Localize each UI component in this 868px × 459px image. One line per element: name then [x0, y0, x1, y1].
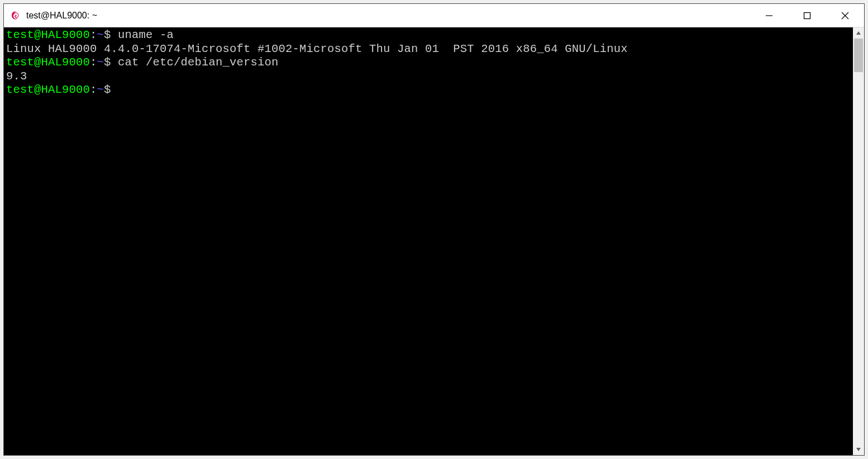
- svg-rect-1: [804, 12, 810, 18]
- scroll-thumb[interactable]: [854, 39, 863, 72]
- close-button[interactable]: [826, 4, 864, 27]
- prompt-user: test@HAL9000: [6, 83, 90, 96]
- terminal-window: test@HAL9000: ~ test@HAL9000:~$ uname -a…: [3, 3, 865, 456]
- prompt-path: ~: [97, 29, 104, 41]
- svg-marker-4: [856, 31, 861, 35]
- scroll-track[interactable]: [853, 39, 864, 444]
- terminal-area: test@HAL9000:~$ uname -aLinux HAL9000 4.…: [4, 27, 864, 455]
- terminal-line: 9.3: [6, 70, 851, 84]
- output-text: Linux HAL9000 4.4.0-17074-Microsoft #100…: [6, 42, 628, 55]
- prompt-separator: :: [90, 83, 97, 96]
- output-text: 9.3: [6, 70, 27, 83]
- prompt-user: test@HAL9000: [6, 56, 90, 69]
- debian-icon: [9, 10, 22, 22]
- minimize-button[interactable]: [750, 4, 788, 27]
- prompt-path: ~: [97, 56, 104, 69]
- terminal-content[interactable]: test@HAL9000:~$ uname -aLinux HAL9000 4.…: [4, 27, 853, 455]
- terminal-line: test@HAL9000:~$ uname -a: [6, 29, 851, 42]
- terminal-line: test@HAL9000:~$: [6, 83, 851, 97]
- scroll-down-arrow[interactable]: [853, 444, 864, 455]
- prompt-user: test@HAL9000: [6, 29, 90, 41]
- command-text: cat /etc/debian_version: [118, 56, 279, 69]
- prompt-symbol: $: [104, 83, 118, 96]
- prompt-separator: :: [90, 29, 97, 41]
- prompt-separator: :: [90, 56, 97, 69]
- titlebar-left: test@HAL9000: ~: [4, 10, 97, 22]
- prompt-symbol: $: [104, 29, 118, 41]
- scroll-up-arrow[interactable]: [853, 27, 864, 39]
- maximize-button[interactable]: [788, 4, 826, 27]
- window-controls: [750, 4, 864, 27]
- terminal-line: test@HAL9000:~$ cat /etc/debian_version: [6, 56, 851, 70]
- titlebar[interactable]: test@HAL9000: ~: [4, 4, 864, 27]
- prompt-symbol: $: [104, 56, 118, 69]
- terminal-line: Linux HAL9000 4.4.0-17074-Microsoft #100…: [6, 42, 851, 56]
- command-text: uname -a: [118, 29, 174, 41]
- prompt-path: ~: [97, 83, 104, 96]
- svg-marker-5: [856, 448, 861, 451]
- window-title: test@HAL9000: ~: [26, 11, 97, 21]
- scrollbar[interactable]: [853, 27, 864, 455]
